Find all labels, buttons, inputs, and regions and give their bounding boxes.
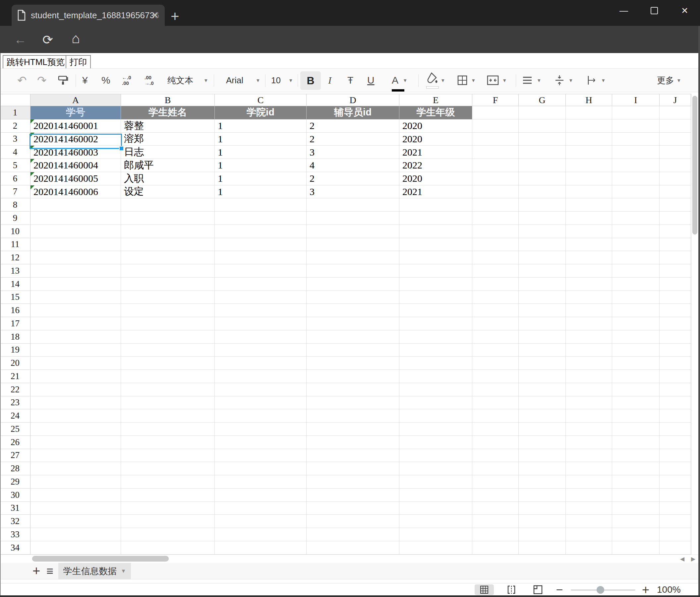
cell-I18[interactable] xyxy=(612,330,659,343)
sheet-tab-active[interactable]: 学生信息数据 ▼ xyxy=(58,563,131,579)
close-window-button[interactable]: ✕ xyxy=(670,0,700,21)
cell-D11[interactable] xyxy=(306,238,399,252)
row-header-2[interactable]: 2 xyxy=(0,119,30,133)
cell-D7[interactable]: 3 xyxy=(306,185,399,199)
cell-B27[interactable] xyxy=(121,449,215,462)
cell-F9[interactable] xyxy=(472,212,519,225)
cell-C14[interactable] xyxy=(215,278,306,291)
vertical-scrollbar-thumb[interactable] xyxy=(692,96,697,235)
cell-E8[interactable] xyxy=(399,198,472,212)
cell-D28[interactable] xyxy=(306,462,399,475)
cell-A13[interactable] xyxy=(30,264,121,278)
cell-D5[interactable]: 4 xyxy=(306,159,399,172)
cell-B12[interactable] xyxy=(121,251,215,264)
cell-D27[interactable] xyxy=(306,449,399,462)
cell-D16[interactable] xyxy=(306,304,399,317)
cell-F21[interactable] xyxy=(472,370,519,383)
cell-F24[interactable] xyxy=(472,409,519,423)
cell-H3[interactable] xyxy=(566,133,612,146)
cell-F30[interactable] xyxy=(472,488,519,502)
cell-F19[interactable] xyxy=(472,343,519,357)
cell-G17[interactable] xyxy=(519,317,566,330)
cell-E34[interactable] xyxy=(399,541,472,554)
cell-A19[interactable] xyxy=(30,343,121,357)
cell-J1[interactable] xyxy=(659,106,691,119)
cell-H22[interactable] xyxy=(566,383,612,396)
cell-J16[interactable] xyxy=(659,304,691,317)
row-header-20[interactable]: 20 xyxy=(0,357,30,370)
browser-tab[interactable]: student_template_168819656736 ✕ xyxy=(11,5,165,26)
cell-E2[interactable]: 2020 xyxy=(399,119,472,133)
cell-E19[interactable] xyxy=(399,343,472,357)
cell-I15[interactable] xyxy=(612,291,659,304)
cell-E33[interactable] xyxy=(399,528,472,541)
cell-I27[interactable] xyxy=(612,449,659,462)
cell-I21[interactable] xyxy=(612,370,659,383)
cell-B31[interactable] xyxy=(121,502,215,515)
cell-I25[interactable] xyxy=(612,423,659,436)
row-header-33[interactable]: 33 xyxy=(0,528,30,541)
cell-I23[interactable] xyxy=(612,396,659,410)
cell-C25[interactable] xyxy=(215,423,306,436)
row-header-3[interactable]: 3 xyxy=(0,133,30,146)
cell-A5[interactable]: 2020141460004 xyxy=(30,159,121,172)
cell-B18[interactable] xyxy=(121,330,215,343)
cell-J14[interactable] xyxy=(659,278,691,291)
horizontal-scrollbar[interactable]: ◀ ▶ xyxy=(0,554,698,563)
cell-G29[interactable] xyxy=(519,475,566,488)
column-header-B[interactable]: B xyxy=(121,94,215,106)
cell-H34[interactable] xyxy=(566,541,612,554)
cell-I14[interactable] xyxy=(612,278,659,291)
cell-G20[interactable] xyxy=(519,357,566,370)
cell-J29[interactable] xyxy=(659,475,691,488)
cell-D3[interactable]: 2 xyxy=(306,133,399,146)
cell-I31[interactable] xyxy=(612,502,659,515)
cell-G25[interactable] xyxy=(519,423,566,436)
cell-H31[interactable] xyxy=(566,502,612,515)
cell-B5[interactable]: 郎咸平 xyxy=(121,159,215,172)
cell-E5[interactable]: 2022 xyxy=(399,159,472,172)
row-header-19[interactable]: 19 xyxy=(0,343,30,357)
cell-B21[interactable] xyxy=(121,370,215,383)
cell-H26[interactable] xyxy=(566,436,612,449)
cell-C21[interactable] xyxy=(215,370,306,383)
cell-B10[interactable] xyxy=(121,225,215,238)
cell-B11[interactable] xyxy=(121,238,215,252)
cell-A11[interactable] xyxy=(30,238,121,252)
cell-I22[interactable] xyxy=(612,383,659,396)
cell-I28[interactable] xyxy=(612,462,659,475)
row-header-24[interactable]: 24 xyxy=(0,409,30,423)
cell-F14[interactable] xyxy=(472,278,519,291)
cell-J4[interactable] xyxy=(659,146,691,159)
cell-H12[interactable] xyxy=(566,251,612,264)
cell-D25[interactable] xyxy=(306,423,399,436)
scroll-right-icon[interactable]: ▶ xyxy=(688,555,698,563)
cell-B34[interactable] xyxy=(121,541,215,554)
decrease-decimal-icon[interactable]: ←.0.00 xyxy=(122,69,131,92)
cell-B3[interactable]: 溶郑 xyxy=(121,133,215,146)
cell-E16[interactable] xyxy=(399,304,472,317)
cell-I10[interactable] xyxy=(612,225,659,238)
cell-A32[interactable] xyxy=(30,515,121,528)
row-header-11[interactable]: 11 xyxy=(0,238,30,252)
back-icon[interactable]: ← xyxy=(14,32,26,47)
cell-F12[interactable] xyxy=(472,251,519,264)
cell-E27[interactable] xyxy=(399,449,472,462)
cell-I26[interactable] xyxy=(612,436,659,449)
column-header-G[interactable]: G xyxy=(519,94,566,106)
cell-F7[interactable] xyxy=(472,185,519,199)
cell-G26[interactable] xyxy=(519,436,566,449)
cell-F20[interactable] xyxy=(472,357,519,370)
cell-A33[interactable] xyxy=(30,528,121,541)
cell-E7[interactable]: 2021 xyxy=(399,185,472,199)
cell-J3[interactable] xyxy=(659,133,691,146)
cell-I17[interactable] xyxy=(612,317,659,330)
cell-I12[interactable] xyxy=(612,251,659,264)
row-header-4[interactable]: 4 xyxy=(0,146,30,159)
home-icon[interactable]: ⌂ xyxy=(72,30,80,46)
cell-B17[interactable] xyxy=(121,317,215,330)
add-sheet-button[interactable]: + xyxy=(32,564,40,578)
cell-C10[interactable] xyxy=(215,225,306,238)
row-header-27[interactable]: 27 xyxy=(0,449,30,462)
cell-H16[interactable] xyxy=(566,304,612,317)
